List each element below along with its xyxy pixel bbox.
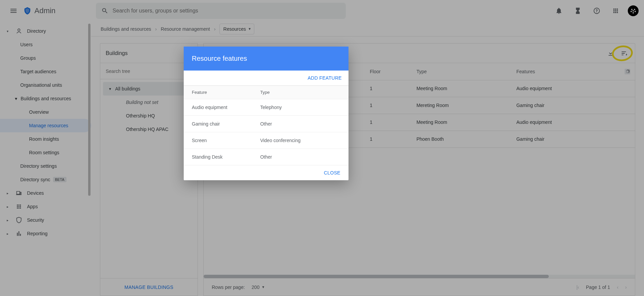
dialog-col-type: Type bbox=[260, 90, 340, 95]
dialog-title: Resource features bbox=[184, 47, 349, 71]
dialog-row[interactable]: Audio equipmentTelephony bbox=[184, 99, 349, 116]
dialog-col-feature: Feature bbox=[192, 90, 260, 95]
resource-features-dialog: Resource features ADD FEATURE Feature Ty… bbox=[184, 47, 349, 180]
add-feature-button[interactable]: ADD FEATURE bbox=[308, 75, 342, 81]
dialog-row[interactable]: ScreenVideo conferencing bbox=[184, 132, 349, 149]
dialog-table-header: Feature Type bbox=[184, 86, 349, 99]
dialog-row[interactable]: Standing DeskOther bbox=[184, 149, 349, 165]
close-button[interactable]: CLOSE bbox=[324, 170, 340, 176]
dialog-row[interactable]: Gaming chairOther bbox=[184, 116, 349, 132]
